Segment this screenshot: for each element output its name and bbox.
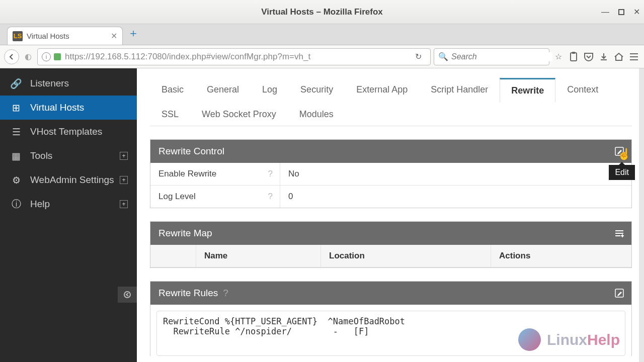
grid-icon: ⊞ xyxy=(9,102,23,114)
panel-header-rewrite-control: Rewrite Control xyxy=(150,140,631,163)
sidebar-item-webadmin-settings[interactable]: ⚙ WebAdmin Settings + xyxy=(0,168,137,192)
tab-script-handler[interactable]: Script Handler xyxy=(419,78,500,103)
sidebar-item-label: Help xyxy=(30,199,50,210)
watermark-text-a: Linux xyxy=(547,331,587,348)
arrow-left-circle-icon xyxy=(123,291,132,298)
scrollbar[interactable] xyxy=(639,68,644,362)
sidebar-item-label: Tools xyxy=(30,150,52,161)
col-empty xyxy=(150,245,196,267)
window-title: Virtual Hosts – Mozilla Firefox xyxy=(261,7,383,17)
col-actions: Actions xyxy=(491,245,631,267)
list-icon: ☰ xyxy=(9,126,23,138)
arrow-left-icon xyxy=(8,53,15,60)
add-list-icon xyxy=(614,229,624,237)
sidebar-collapse-button[interactable] xyxy=(118,287,137,303)
link-icon: 🔗 xyxy=(9,78,23,89)
close-button[interactable]: ✕ xyxy=(633,7,640,17)
edit-icon xyxy=(614,288,624,298)
help-icon[interactable]: ? xyxy=(223,288,228,299)
tab-ssl[interactable]: SSL xyxy=(150,103,190,126)
sidebar-item-label: VHost Templates xyxy=(30,126,102,137)
pocket-svg-icon xyxy=(584,52,594,61)
site-info-icon[interactable]: i xyxy=(42,52,51,61)
row-label: Enable Rewrite ? xyxy=(150,163,280,185)
back-button[interactable] xyxy=(4,49,19,64)
window-controls: — ✕ xyxy=(601,7,640,17)
label-text: Enable Rewrite xyxy=(158,169,216,178)
sidebar-item-label: WebAdmin Settings xyxy=(30,174,114,186)
sidebar: 🔗 Listeners ⊞ Virtual Hosts ☰ VHost Temp… xyxy=(0,68,137,362)
browser-tab[interactable]: LS Virtual Hosts ✕ xyxy=(7,27,123,45)
expand-icon[interactable]: + xyxy=(120,200,128,208)
search-bar[interactable]: 🔍 xyxy=(434,48,549,65)
browser-tab-strip: LS Virtual Hosts ✕ ＋ xyxy=(0,24,644,45)
search-icon: 🔍 xyxy=(438,52,448,61)
edit-button[interactable] xyxy=(614,288,624,298)
minimize-button[interactable]: — xyxy=(601,8,609,17)
window-titlebar: Virtual Hosts – Mozilla Firefox — ✕ xyxy=(0,0,644,24)
tab-rewrite[interactable]: Rewrite xyxy=(500,78,555,103)
sidebar-item-help[interactable]: ⓘ Help + xyxy=(0,192,137,216)
new-tab-button[interactable]: ＋ xyxy=(128,26,139,41)
sidebar-item-vhost-templates[interactable]: ☰ VHost Templates xyxy=(0,120,137,144)
tab-context[interactable]: Context xyxy=(555,78,610,103)
svg-rect-0 xyxy=(571,53,577,61)
bookmark-star-icon[interactable]: ☆ xyxy=(552,51,565,63)
panel-title: Rewrite Control xyxy=(158,146,224,157)
sidebar-item-label: Virtual Hosts xyxy=(30,102,84,113)
history-dropdown-icon[interactable]: ◐ xyxy=(22,51,34,63)
maximize-button[interactable] xyxy=(618,9,624,15)
watermark-logo-icon xyxy=(518,328,541,351)
row-enable-rewrite: Enable Rewrite ? No xyxy=(150,163,631,186)
sidebar-item-listeners[interactable]: 🔗 Listeners xyxy=(0,71,137,96)
hamburger-svg-icon xyxy=(629,53,638,60)
main-area: 🔗 Listeners ⊞ Virtual Hosts ☰ VHost Temp… xyxy=(0,68,644,362)
row-label: Log Level ? xyxy=(150,186,280,208)
tab-close-button[interactable]: ✕ xyxy=(111,31,117,41)
tab-general[interactable]: General xyxy=(195,78,251,103)
panel-rewrite-map: Rewrite Map Name Location Actions xyxy=(150,221,632,268)
browser-tab-title: Virtual Hosts xyxy=(27,32,111,40)
tab-basic[interactable]: Basic xyxy=(150,78,195,103)
row-value: 0 xyxy=(280,186,631,208)
tab-modules[interactable]: Modules xyxy=(288,103,345,126)
tab-web-socket-proxy[interactable]: Web Socket Proxy xyxy=(190,103,288,126)
url-bar[interactable]: i ↻ xyxy=(37,48,431,65)
apps-icon: ▦ xyxy=(9,150,23,162)
label-text: Log Level xyxy=(158,192,196,201)
row-value: No xyxy=(280,163,631,185)
panel-header-rewrite-map: Rewrite Map xyxy=(150,222,631,245)
col-location: Location xyxy=(320,245,491,267)
browser-toolbar: ◐ i ↻ 🔍 ☆ xyxy=(0,45,644,68)
panel-rewrite-control: Rewrite Control Enable Rewrite ? No Log … xyxy=(150,139,632,208)
tab-log[interactable]: Log xyxy=(251,78,289,103)
info-icon: ⓘ xyxy=(9,198,23,211)
tab-external-app[interactable]: External App xyxy=(345,78,419,103)
col-name: Name xyxy=(196,245,320,267)
expand-icon[interactable]: + xyxy=(120,152,128,160)
table-header: Name Location Actions xyxy=(150,245,631,267)
panel-title: Rewrite Rules xyxy=(158,288,218,299)
row-log-level: Log Level ? 0 xyxy=(150,186,631,208)
expand-icon[interactable]: + xyxy=(120,176,128,184)
edit-icon xyxy=(614,146,624,156)
menu-icon[interactable] xyxy=(628,51,640,63)
url-input[interactable] xyxy=(65,52,415,62)
help-icon[interactable]: ? xyxy=(268,192,273,202)
edit-button[interactable] xyxy=(614,146,624,156)
help-icon[interactable]: ? xyxy=(268,169,273,179)
tab-security[interactable]: Security xyxy=(289,78,345,103)
search-input[interactable] xyxy=(451,52,552,61)
sidebar-item-tools[interactable]: ▦ Tools + xyxy=(0,144,137,168)
add-button[interactable] xyxy=(614,229,624,237)
home-svg-icon xyxy=(614,52,624,61)
gear-icon: ⚙ xyxy=(9,174,23,186)
sidebar-item-virtual-hosts[interactable]: ⊞ Virtual Hosts xyxy=(0,96,137,120)
home-icon[interactable] xyxy=(613,51,625,63)
panel-header-rewrite-rules: Rewrite Rules ? xyxy=(150,282,631,305)
watermark-text-b: Help xyxy=(587,331,620,348)
clipboard-icon[interactable] xyxy=(568,51,580,63)
reload-button[interactable]: ↻ xyxy=(415,52,426,61)
pocket-icon[interactable] xyxy=(583,51,595,63)
downloads-icon[interactable] xyxy=(598,51,610,63)
